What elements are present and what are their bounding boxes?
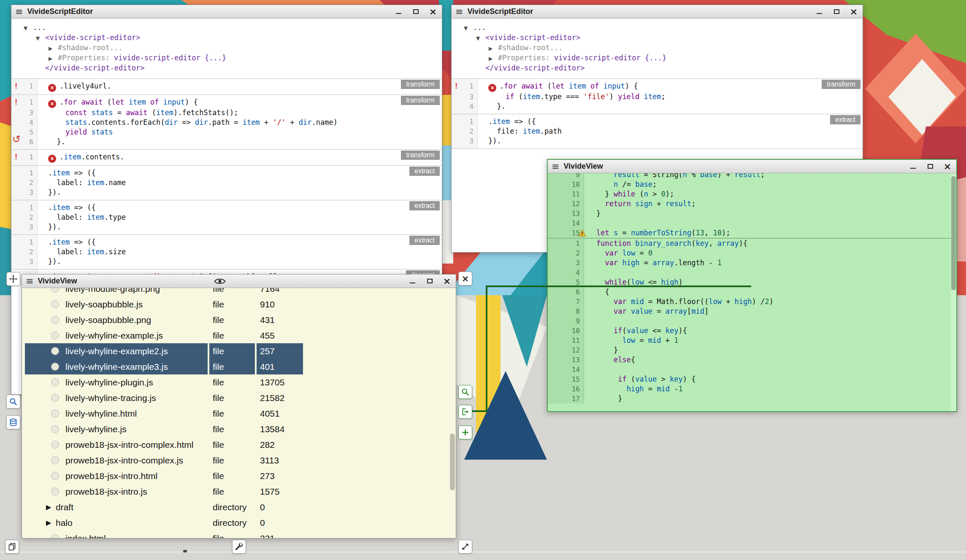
code-line[interactable]: 2 file: item.path	[452, 127, 863, 136]
close-button[interactable]: ×	[430, 8, 436, 15]
directory-expand-icon[interactable]: ▶	[46, 503, 54, 511]
code-line[interactable]: 10 if(value <= key){	[548, 326, 956, 336]
tree-expand-icon[interactable]: ▶	[489, 44, 498, 53]
maximize-button[interactable]	[426, 278, 433, 285]
titlebar[interactable]: ≡ VivideScriptEditor ×	[452, 5, 863, 19]
code-line[interactable]: 14	[548, 365, 956, 374]
code-line[interactable]: 16 high = mid -1	[548, 384, 956, 394]
directory-expand-icon[interactable]: ▶	[46, 519, 54, 527]
code-line[interactable]: 11 } while (n > 0);	[548, 189, 956, 199]
titlebar[interactable]: ≡ VivideView ×	[548, 160, 956, 173]
dom-tree-line[interactable]: ▼<vivide-script-editor>	[452, 33, 863, 43]
file-row[interactable]: lively-whyline-tracing.jsfile21582	[22, 390, 456, 406]
scrollbar[interactable]	[449, 288, 455, 538]
code-line[interactable]: 1.item => ({	[452, 117, 863, 127]
halo-move-button[interactable]	[6, 272, 20, 286]
code-line[interactable]: 1function binary_search(key, array){	[548, 239, 956, 248]
code-line[interactable]: 6 {	[548, 287, 956, 297]
dom-tree-line[interactable]: ▼...	[11, 23, 442, 33]
code-line[interactable]: 15 if (value > key) {	[548, 374, 956, 384]
code-line[interactable]: 11 low = mid + 1	[548, 336, 956, 345]
code-line[interactable]: !1×.item.contents.	[11, 152, 442, 163]
halo-data-source-button[interactable]	[6, 415, 20, 429]
code-line[interactable]: !1×.for await (let item of input) {	[452, 81, 863, 92]
code-line[interactable]: 12 return sign + result;	[548, 199, 956, 209]
halo-copy-button[interactable]	[5, 540, 19, 554]
file-row[interactable]: proweb18-jsx-intro-complex.jsfile3113	[22, 452, 456, 468]
titlebar[interactable]: ≡ VivideScriptEditor ×	[11, 5, 442, 19]
code-line[interactable]: 14	[548, 218, 956, 228]
code-line[interactable]: 10 n /= base;	[548, 180, 956, 189]
dom-tree-line[interactable]: ▼...	[452, 23, 863, 33]
code-line[interactable]: 9 result = String(n % base) + result;	[548, 173, 956, 180]
tree-expand-icon[interactable]: ▶	[49, 54, 58, 63]
halo-add-button[interactable]	[458, 425, 472, 439]
code-line[interactable]: 4 }.	[452, 102, 863, 111]
dom-tree-line[interactable]: ▼<vivide-script-editor>	[11, 33, 442, 43]
halo-configure-button[interactable]	[232, 540, 246, 554]
code-line[interactable]: 13 else{	[548, 355, 956, 365]
file-row[interactable]: lively-module-graph.pngfile7164	[22, 288, 456, 296]
code-line[interactable]: 3}).	[11, 257, 442, 267]
code-line[interactable]: 5 yield stats	[11, 127, 442, 137]
tree-collapse-icon[interactable]: ▼	[476, 34, 485, 43]
titlebar[interactable]: ≡ VivideView ×	[22, 275, 456, 288]
code-line[interactable]: 7 var mid = Math.floor((low + high) /2)	[548, 297, 956, 307]
eye-icon[interactable]	[214, 277, 226, 285]
code-line[interactable]: !1×.lively4url.	[11, 81, 442, 92]
dom-tree-line[interactable]: ▶#shadow-root...	[452, 43, 863, 53]
maximize-button[interactable]	[412, 8, 419, 15]
window-menu-icon[interactable]: ≡	[455, 7, 463, 16]
code-line[interactable]: 9	[548, 316, 956, 326]
close-button[interactable]: ×	[944, 163, 951, 170]
scrollbar-thumb[interactable]	[450, 433, 455, 490]
undo-icon[interactable]: ↺	[12, 135, 21, 144]
file-row[interactable]: lively-soapbubble.jsfile910	[22, 296, 456, 312]
minimize-button[interactable]	[409, 278, 416, 285]
code-line[interactable]: 15!let s = numberToString(13, 10);	[548, 228, 956, 238]
dom-tree-line[interactable]: ▶#Properties: vivide-script-editor {...}	[11, 53, 442, 63]
dom-tree-line[interactable]: ▶#Properties: vivide-script-editor {...}	[452, 53, 863, 63]
file-row[interactable]: lively-whyline.jsfile13584	[22, 421, 456, 437]
file-row[interactable]: proweb18-jsx-intro.jsfile1575	[22, 484, 456, 499]
file-row[interactable]: ▶halodirectory0	[22, 515, 456, 530]
code-line[interactable]: 4	[548, 268, 956, 277]
code-line[interactable]: !1×.for await (let item of input) {	[11, 97, 442, 108]
file-row[interactable]: lively-whyline-example.jsfile455	[22, 328, 456, 343]
file-row[interactable]: lively-whyline-example2.jsfile257	[22, 343, 456, 359]
file-row[interactable]: lively-whyline-example3.jsfile401	[22, 359, 456, 374]
tree-collapse-icon[interactable]: ▼	[36, 34, 45, 43]
code-line[interactable]: 2 label: item.type	[11, 213, 442, 222]
close-button[interactable]: ×	[850, 8, 857, 15]
minimize-button[interactable]	[395, 8, 402, 15]
code-line[interactable]: 3}).	[11, 222, 442, 232]
window-menu-icon[interactable]: ≡	[15, 7, 23, 16]
code-line[interactable]: 2 var low = 0	[548, 248, 956, 258]
code-line[interactable]: 2 label: item.name	[11, 178, 442, 188]
code-line[interactable]: 3}).	[11, 188, 442, 197]
maximize-button[interactable]	[927, 163, 934, 170]
code-line[interactable]: 3 const stats = await (item).fetchStats(…	[11, 108, 442, 118]
file-row[interactable]: proweb18-jsx-intro-complex.htmlfile282	[22, 437, 456, 452]
halo-close-button[interactable]: ×	[458, 272, 472, 285]
code-line[interactable]: 4 stats.contents.forEach(dir => dir.path…	[11, 118, 442, 127]
file-row[interactable]: lively-soapbubble.pngfile431	[22, 312, 456, 328]
code-line[interactable]: 8 var value = array[mid]	[548, 307, 956, 316]
dom-tree-line[interactable]: ▶#shadow-root...	[11, 43, 442, 53]
code-line[interactable]: 2 label: item.size	[11, 247, 442, 257]
code-line[interactable]: 12 }	[548, 345, 956, 355]
code-line[interactable]: 3}).	[452, 136, 863, 146]
code-line[interactable]: 3 var high = array.length - 1	[548, 258, 956, 268]
code-line[interactable]: 1.item => ({	[11, 237, 442, 247]
file-row[interactable]: lively-whyline-plugin.jsfile13705	[22, 374, 456, 390]
tree-collapse-icon[interactable]: ▼	[464, 24, 473, 33]
file-row[interactable]: index.htmlfile231	[22, 530, 456, 538]
code-line[interactable]: ↺6 }.	[11, 137, 442, 147]
file-row[interactable]: ▶draftdirectory0	[22, 499, 456, 515]
halo-search-button[interactable]	[6, 395, 20, 409]
code-line[interactable]: 17 }	[548, 394, 956, 404]
tree-expand-icon[interactable]: ▶	[49, 44, 58, 53]
halo-zoom-button[interactable]	[458, 385, 472, 399]
minimize-button[interactable]	[816, 8, 823, 15]
halo-resize-button[interactable]	[458, 540, 472, 554]
